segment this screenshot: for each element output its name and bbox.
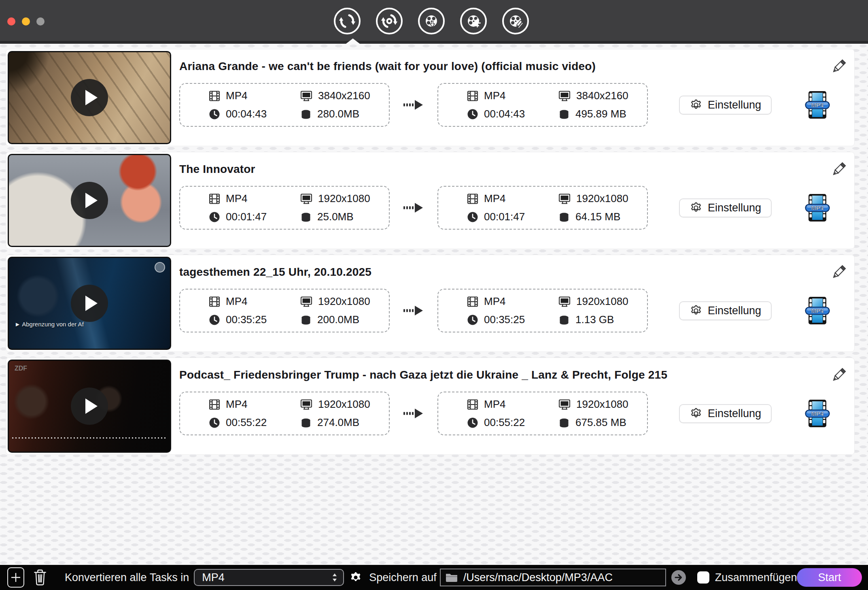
film-icon bbox=[467, 398, 479, 411]
source-spec-box: MP4 1920x1080 00:35:25 200.0MB bbox=[179, 289, 390, 332]
clock-icon bbox=[467, 211, 479, 223]
format-select[interactable]: MP4 bbox=[194, 569, 344, 586]
clock-icon bbox=[467, 314, 479, 326]
thumbnail-caption: ► Abgrenzung von der Af bbox=[15, 321, 84, 328]
video-title: Ariana Grande - we can't be friends (wai… bbox=[179, 60, 854, 73]
delete-task-button[interactable] bbox=[33, 569, 47, 586]
clock-icon bbox=[208, 417, 221, 429]
gear-icon bbox=[690, 304, 702, 317]
clock-icon bbox=[208, 314, 221, 326]
refresh-arrows-icon bbox=[338, 12, 357, 30]
film-icon bbox=[208, 398, 221, 411]
monitor-icon bbox=[558, 296, 571, 308]
source-spec-box: MP4 1920x1080 00:01:47 25.0MB bbox=[179, 186, 390, 230]
output-path-input[interactable]: /Users/mac/Desktop/MP3/AAC bbox=[440, 569, 666, 586]
source-format: MP4 bbox=[226, 192, 247, 205]
settings-button[interactable]: Einstellung bbox=[679, 198, 772, 217]
storage-icon bbox=[558, 108, 570, 120]
monitor-icon bbox=[300, 90, 313, 102]
minimize-button[interactable] bbox=[22, 17, 30, 26]
target-spec-box: MP4 1920x1080 00:01:47 64.15 MB bbox=[437, 186, 648, 230]
start-button[interactable]: Start bbox=[797, 568, 862, 587]
bottom-toolbar: Konvertieren alle Tasks in MP4 Speichern… bbox=[0, 565, 868, 590]
storage-icon bbox=[300, 108, 312, 120]
target-format: MP4 bbox=[484, 192, 505, 205]
video-title: The Innovator bbox=[179, 163, 854, 176]
titlebar bbox=[0, 0, 868, 44]
video-thumbnail[interactable] bbox=[8, 51, 171, 144]
task-row: ZDF Podcast_ Friedensbringer Trump - nac… bbox=[6, 358, 855, 455]
edit-pencil-icon[interactable] bbox=[830, 367, 847, 384]
settings-label: Einstellung bbox=[708, 407, 761, 420]
badge-label: MP4 bbox=[811, 307, 824, 314]
play-button[interactable] bbox=[71, 388, 108, 425]
target-spec-box: MP4 1920x1080 00:35:25 1.13 GB bbox=[437, 289, 648, 332]
clock-icon bbox=[208, 211, 221, 223]
open-folder-arrow-button[interactable] bbox=[671, 570, 686, 585]
settings-label: Einstellung bbox=[708, 305, 761, 317]
output-format-badge[interactable]: MP4 bbox=[805, 399, 830, 428]
source-format: MP4 bbox=[226, 89, 247, 102]
edit-pencil-icon[interactable] bbox=[830, 58, 847, 75]
film-reel-edit-icon bbox=[506, 12, 525, 30]
play-button[interactable] bbox=[71, 285, 108, 322]
task-row: Ariana Grande - we can't be friends (wai… bbox=[6, 49, 855, 146]
folder-icon bbox=[446, 573, 458, 582]
play-button[interactable] bbox=[71, 182, 108, 219]
convert-tab-icon[interactable] bbox=[334, 8, 361, 34]
edit-pencil-icon[interactable] bbox=[830, 264, 847, 281]
source-resolution: 1920x1080 bbox=[318, 295, 370, 308]
start-label: Start bbox=[818, 571, 841, 584]
film-reel-download-icon bbox=[422, 12, 441, 30]
target-spec-box: MP4 3840x2160 00:04:43 495.89 MB bbox=[437, 83, 648, 127]
source-duration: 00:55:22 bbox=[226, 416, 267, 429]
settings-button[interactable]: Einstellung bbox=[679, 404, 772, 423]
video-thumbnail[interactable]: ZDF bbox=[8, 360, 171, 453]
video-title: tagesthemen 22_15 Uhr, 20.10.2025 bbox=[179, 266, 854, 279]
video-converter-window: Ariana Grande - we can't be friends (wai… bbox=[0, 0, 868, 590]
film-reel-compress-icon bbox=[464, 12, 483, 30]
gear-icon bbox=[690, 98, 702, 111]
video-download-tab-icon[interactable] bbox=[418, 8, 445, 34]
film-icon bbox=[208, 90, 221, 102]
source-spec-box: MP4 3840x2160 00:04:43 280.0MB bbox=[179, 83, 390, 127]
video-compress-tab-icon[interactable] bbox=[460, 8, 487, 34]
video-edit-tab-icon[interactable] bbox=[502, 8, 529, 34]
badge-label: MP4 bbox=[811, 410, 824, 417]
source-duration: 00:01:47 bbox=[226, 211, 267, 223]
target-duration: 00:55:22 bbox=[484, 416, 525, 429]
edit-pencil-icon[interactable] bbox=[830, 161, 847, 178]
transcode-settings-tab-icon[interactable] bbox=[376, 8, 403, 34]
video-thumbnail[interactable] bbox=[8, 154, 171, 247]
merge-checkbox[interactable] bbox=[697, 571, 709, 584]
convert-all-label: Konvertieren alle Tasks in bbox=[65, 571, 189, 584]
film-icon bbox=[208, 296, 221, 308]
source-size: 200.0MB bbox=[317, 313, 359, 326]
target-format: MP4 bbox=[484, 89, 505, 102]
add-task-button[interactable] bbox=[7, 567, 24, 588]
output-format-badge[interactable]: MP4 bbox=[805, 91, 830, 119]
output-format-badge[interactable]: MP4 bbox=[805, 296, 830, 325]
format-select-value: MP4 bbox=[202, 571, 225, 584]
refresh-gear-icon bbox=[380, 12, 399, 30]
play-button[interactable] bbox=[71, 79, 108, 116]
target-size: 675.85 MB bbox=[575, 416, 626, 429]
video-thumbnail[interactable]: ► Abgrenzung von der Af bbox=[8, 257, 171, 350]
film-icon bbox=[467, 90, 479, 102]
output-settings-gear-icon[interactable] bbox=[349, 571, 363, 584]
clock-icon bbox=[467, 417, 479, 429]
video-title: Podcast_ Friedensbringer Trump - nach Ga… bbox=[179, 368, 854, 381]
target-size: 495.89 MB bbox=[575, 108, 626, 120]
select-stepper-icon bbox=[332, 573, 337, 582]
target-format: MP4 bbox=[484, 295, 505, 308]
target-duration: 00:35:25 bbox=[484, 313, 525, 326]
close-button[interactable] bbox=[7, 17, 15, 26]
monitor-icon bbox=[300, 296, 313, 308]
convert-arrow-icon bbox=[390, 305, 437, 317]
settings-button[interactable]: Einstellung bbox=[679, 301, 772, 320]
output-path-value: /Users/mac/Desktop/MP3/AAC bbox=[463, 571, 613, 584]
settings-button[interactable]: Einstellung bbox=[679, 96, 772, 115]
source-format: MP4 bbox=[226, 295, 247, 308]
output-format-badge[interactable]: MP4 bbox=[805, 194, 830, 222]
zoom-button[interactable] bbox=[36, 17, 45, 26]
